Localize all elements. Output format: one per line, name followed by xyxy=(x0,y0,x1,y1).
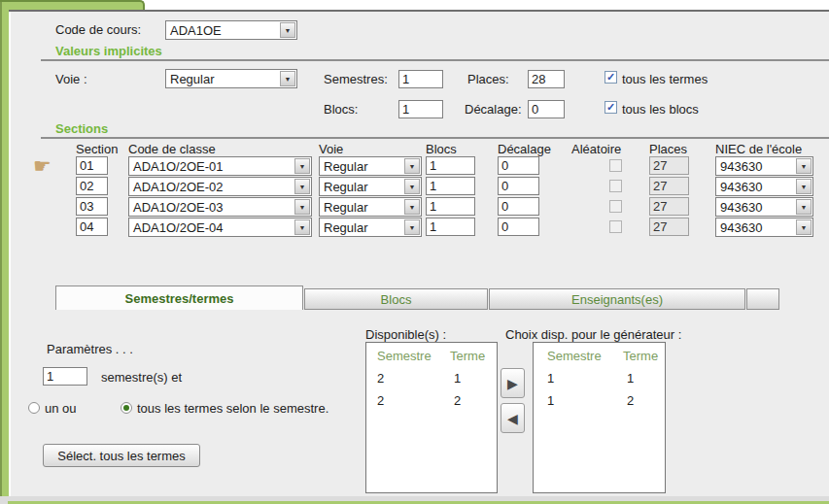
niec-value: 943630 xyxy=(720,180,762,194)
dropdown-arrow-icon[interactable]: ▼ xyxy=(280,22,295,38)
voie-label: Voie : xyxy=(55,72,87,86)
window: Code de cours: ADA1OE ▼ Valeurs implicit… xyxy=(0,0,829,504)
semestres-input[interactable]: 1 xyxy=(398,70,443,88)
decalage-row-input[interactable]: 0 xyxy=(498,156,539,175)
voie-row-select[interactable]: Regular ▼ xyxy=(319,177,422,196)
tab-blocs[interactable]: Blocs xyxy=(304,288,488,310)
places-label: Places: xyxy=(467,72,509,86)
list-item[interactable]: 1 xyxy=(547,371,554,386)
section-input[interactable]: 04 xyxy=(76,218,108,236)
classe-select[interactable]: ADA1O/2OE-02 ▼ xyxy=(128,177,312,196)
select-all-terms-button[interactable]: Sélect. tous les termes xyxy=(43,444,200,467)
section-input[interactable]: 02 xyxy=(76,177,108,195)
list-item[interactable]: 1 xyxy=(454,371,461,386)
chosen-col-semestre: Semestre xyxy=(547,349,602,363)
aleatoire-checkbox[interactable] xyxy=(609,180,622,192)
blocs-row-input[interactable]: 1 xyxy=(426,177,475,195)
radio-all-terms[interactable] xyxy=(121,402,132,414)
list-item[interactable]: 2 xyxy=(454,393,461,408)
dropdown-arrow-icon[interactable]: ▼ xyxy=(796,219,812,235)
classe-value: ADA1O/2OE-03 xyxy=(133,200,224,215)
dropdown-arrow-icon[interactable]: ▼ xyxy=(796,199,812,215)
dropdown-arrow-icon[interactable]: ▼ xyxy=(404,199,420,215)
classe-select[interactable]: ADA1O/2OE-01 ▼ xyxy=(128,156,312,176)
decalage-row-input[interactable]: 0 xyxy=(498,197,539,216)
dropdown-arrow-icon[interactable]: ▼ xyxy=(404,219,420,235)
voie-row-value: Regular xyxy=(324,180,368,194)
available-col-semestre: Semestre xyxy=(377,349,432,363)
dropdown-arrow-icon[interactable]: ▼ xyxy=(796,158,812,174)
move-left-button[interactable]: ◀ xyxy=(501,403,525,433)
blocs-input[interactable]: 1 xyxy=(398,100,443,118)
list-item[interactable]: 2 xyxy=(377,393,384,408)
places-readonly: 27 xyxy=(649,218,689,236)
tab-semestres-termes[interactable]: Semestres/termes xyxy=(55,286,303,310)
frame-inner-highlight xyxy=(9,12,11,496)
all-terms-label: tous les termes xyxy=(622,72,708,86)
available-listbox[interactable]: Semestre Terme 2 1 2 2 xyxy=(365,342,498,493)
radio-one-term[interactable] xyxy=(28,402,40,414)
course-code-value: ADA1OE xyxy=(170,23,222,38)
decalage-label: Décalage: xyxy=(465,102,522,117)
niec-select[interactable]: 943630 ▼ xyxy=(715,197,813,217)
chosen-listbox[interactable]: Semestre Terme 1 1 1 2 xyxy=(533,342,666,493)
blocs-row-input[interactable]: 1 xyxy=(426,218,475,236)
decalage-input[interactable]: 0 xyxy=(528,100,565,118)
dropdown-arrow-icon[interactable]: ▼ xyxy=(280,71,295,86)
col-blocs: Blocs xyxy=(426,142,457,156)
section-input[interactable]: 01 xyxy=(76,156,108,175)
params-label: Paramètres . . . xyxy=(47,342,133,356)
section-input[interactable]: 03 xyxy=(76,197,108,216)
dropdown-arrow-icon[interactable]: ▼ xyxy=(294,219,310,235)
aleatoire-checkbox[interactable] xyxy=(609,159,622,172)
col-classe: Code de classe xyxy=(128,142,216,156)
semestres-label: Semestres: xyxy=(324,72,388,86)
voie-row-select[interactable]: Regular ▼ xyxy=(319,218,422,237)
course-code-select[interactable]: ADA1OE ▼ xyxy=(165,20,297,40)
niec-value: 943630 xyxy=(720,159,762,174)
voie-row-select[interactable]: Regular ▼ xyxy=(319,197,422,217)
blocs-label: Blocs: xyxy=(324,102,358,117)
list-item[interactable]: 1 xyxy=(547,393,554,408)
niec-select[interactable]: 943630 ▼ xyxy=(715,156,813,176)
voie-select[interactable]: Regular ▼ xyxy=(165,69,297,88)
available-col-terme: Terme xyxy=(450,349,485,363)
frame-left-border xyxy=(0,2,9,496)
dropdown-arrow-icon[interactable]: ▼ xyxy=(404,179,420,194)
semester-count-input[interactable]: 1 xyxy=(43,367,87,386)
classe-select[interactable]: ADA1O/2OE-04 ▼ xyxy=(128,218,312,237)
niec-value: 943630 xyxy=(720,200,762,215)
dropdown-arrow-icon[interactable]: ▼ xyxy=(294,179,310,194)
dropdown-arrow-icon[interactable]: ▼ xyxy=(294,158,310,174)
blocs-row-input[interactable]: 1 xyxy=(426,197,475,216)
col-decalage: Décalage xyxy=(498,142,551,156)
tab-fragment[interactable] xyxy=(746,288,779,310)
aleatoire-checkbox[interactable] xyxy=(609,220,622,233)
chosen-col-terme: Terme xyxy=(623,349,658,363)
blocs-row-input[interactable]: 1 xyxy=(426,156,475,175)
list-item[interactable]: 2 xyxy=(627,393,634,408)
places-readonly: 27 xyxy=(649,197,689,216)
niec-select[interactable]: 943630 ▼ xyxy=(715,177,813,196)
list-item[interactable]: 2 xyxy=(377,371,384,386)
aleatoire-checkbox[interactable] xyxy=(609,200,622,213)
places-input[interactable]: 28 xyxy=(528,70,565,88)
all-blocs-checkbox[interactable]: ✓ xyxy=(604,101,617,114)
classe-select[interactable]: ADA1O/2OE-03 ▼ xyxy=(128,197,312,217)
dropdown-arrow-icon[interactable]: ▼ xyxy=(796,179,812,194)
move-right-button[interactable]: ▶ xyxy=(501,368,525,398)
voie-row-select[interactable]: Regular ▼ xyxy=(319,156,422,176)
list-item[interactable]: 1 xyxy=(627,371,634,386)
dropdown-arrow-icon[interactable]: ▼ xyxy=(404,158,420,174)
all-terms-checkbox[interactable]: ✓ xyxy=(604,71,617,84)
voie-row-value: Regular xyxy=(324,220,368,235)
dropdown-arrow-icon[interactable]: ▼ xyxy=(294,199,310,215)
col-section: Section xyxy=(76,142,118,156)
radio-one-term-label: un ou xyxy=(45,401,77,416)
niec-value: 943630 xyxy=(720,220,762,235)
decalage-row-input[interactable]: 0 xyxy=(498,218,539,236)
tab-enseignants[interactable]: Enseignants(es) xyxy=(489,288,745,310)
decalage-row-input[interactable]: 0 xyxy=(498,177,539,195)
niec-select[interactable]: 943630 ▼ xyxy=(715,218,813,237)
col-voie: Voie xyxy=(319,142,343,156)
